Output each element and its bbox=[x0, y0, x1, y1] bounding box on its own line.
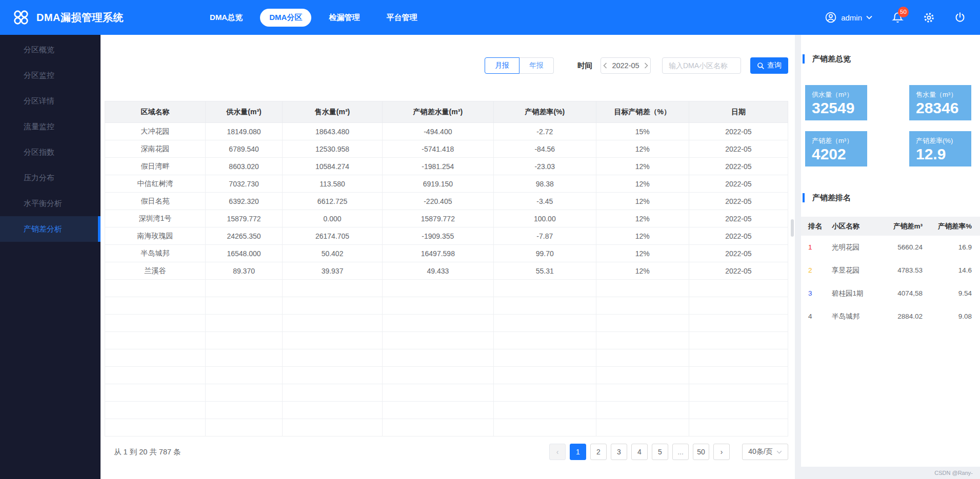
toggle-yearly[interactable]: 年报 bbox=[519, 57, 554, 74]
empty-cell bbox=[105, 384, 206, 402]
next-month-icon[interactable] bbox=[644, 63, 648, 69]
report-toggle: 月报年报 bbox=[485, 57, 554, 74]
rank-number: 4 bbox=[808, 313, 832, 320]
topnav-item-3[interactable]: 检漏管理 bbox=[319, 9, 369, 27]
table-cell: 18149.080 bbox=[205, 123, 283, 140]
query-toolbar: 月报年报 时间 2022-05 bbox=[105, 57, 788, 74]
table-cell: -5741.418 bbox=[382, 140, 493, 158]
sidebar-item-3[interactable]: 分区详情 bbox=[0, 88, 101, 114]
table-cell: 26174.705 bbox=[283, 227, 382, 245]
sidebar-item-8[interactable]: 产销差分析 bbox=[0, 216, 101, 242]
stat-card-value: 28346 bbox=[916, 99, 971, 117]
prev-month-icon[interactable] bbox=[603, 63, 607, 69]
page-button-3[interactable]: 3 bbox=[611, 444, 627, 460]
region-name-link[interactable]: 假日湾畔 bbox=[105, 158, 206, 175]
table-cell: 7032.730 bbox=[205, 175, 283, 193]
toggle-monthly[interactable]: 月报 bbox=[485, 57, 519, 74]
rank-number: 3 bbox=[808, 289, 832, 297]
empty-cell bbox=[596, 402, 689, 419]
table-row-empty bbox=[105, 280, 788, 297]
empty-cell bbox=[105, 280, 206, 297]
sidebar-item-2[interactable]: 分区监控 bbox=[0, 63, 101, 88]
rank-nrw-rate: 9.08 bbox=[923, 313, 972, 320]
table-cell: -7.87 bbox=[493, 227, 596, 245]
table-cell: 16548.000 bbox=[205, 245, 283, 262]
empty-cell bbox=[382, 384, 493, 402]
page-button-50[interactable]: 50 bbox=[693, 444, 709, 460]
topnav-item-4[interactable]: 平台管理 bbox=[377, 9, 426, 27]
region-name-link[interactable]: 兰溪谷 bbox=[105, 262, 206, 280]
empty-cell bbox=[205, 384, 283, 402]
table-cell: 2022-05 bbox=[689, 175, 788, 193]
table-cell: 99.70 bbox=[493, 245, 596, 262]
empty-cell bbox=[105, 402, 206, 419]
date-picker[interactable]: 2022-05 bbox=[601, 57, 651, 74]
next-page-button[interactable]: › bbox=[713, 444, 730, 460]
table-cell: 89.370 bbox=[205, 262, 283, 280]
region-name-link[interactable]: 深圳湾1号 bbox=[105, 210, 206, 227]
pagination-summary: 从 1 到 20 共 787 条 bbox=[105, 447, 181, 457]
region-name-link[interactable]: 深南花园 bbox=[105, 140, 206, 158]
empty-cell bbox=[689, 315, 788, 332]
region-name-link[interactable]: 大冲花园 bbox=[105, 123, 206, 140]
sidebar-item-7[interactable]: 水平衡分析 bbox=[0, 191, 101, 216]
sidebar-item-5[interactable]: 分区指数 bbox=[0, 139, 101, 165]
user-menu[interactable]: admin bbox=[825, 11, 872, 24]
empty-cell bbox=[689, 384, 788, 402]
page-button-4[interactable]: 4 bbox=[631, 444, 648, 460]
empty-cell bbox=[382, 297, 493, 315]
page-button-1[interactable]: 1 bbox=[570, 444, 586, 460]
sidebar: 分区概览分区监控分区详情流量监控分区指数压力分布水平衡分析产销差分析 bbox=[0, 35, 101, 479]
empty-cell bbox=[283, 297, 382, 315]
empty-cell bbox=[283, 367, 382, 384]
empty-cell bbox=[689, 419, 788, 436]
empty-cell bbox=[105, 332, 206, 349]
stat-card-label: 产销差率(%) bbox=[916, 136, 971, 145]
page-size-select[interactable]: 40条/页 bbox=[742, 444, 788, 460]
empty-cell bbox=[382, 367, 493, 384]
rank-community-name: 半岛城邦 bbox=[832, 312, 866, 321]
table-row-empty bbox=[105, 419, 788, 436]
column-header: 区域名称 bbox=[105, 101, 206, 123]
table-cell: 2022-05 bbox=[689, 158, 788, 175]
query-button[interactable]: 查询 bbox=[750, 57, 788, 74]
empty-cell bbox=[493, 367, 596, 384]
table-cell: 12% bbox=[596, 227, 689, 245]
empty-cell bbox=[596, 367, 689, 384]
region-name-link[interactable]: 假日名苑 bbox=[105, 193, 206, 210]
empty-cell bbox=[283, 384, 382, 402]
sidebar-item-4[interactable]: 流量监控 bbox=[0, 114, 101, 139]
table-cell: 12% bbox=[596, 193, 689, 210]
settings-gear-icon[interactable] bbox=[923, 12, 935, 24]
table-scrollbar[interactable] bbox=[791, 219, 794, 237]
user-name: admin bbox=[841, 13, 862, 22]
empty-cell bbox=[596, 315, 689, 332]
region-name-link[interactable]: 南海玫瑰园 bbox=[105, 227, 206, 245]
empty-cell bbox=[105, 297, 206, 315]
page-button-2[interactable]: 2 bbox=[590, 444, 607, 460]
empty-cell bbox=[493, 280, 596, 297]
logout-power-icon[interactable] bbox=[954, 12, 966, 23]
sidebar-item-1[interactable]: 分区概览 bbox=[0, 37, 101, 63]
topnav-item-2[interactable]: DMA分区 bbox=[260, 9, 311, 27]
region-name-link[interactable]: 中信红树湾 bbox=[105, 175, 206, 193]
topnav-item-1[interactable]: DMA总览 bbox=[201, 9, 252, 27]
region-name-link[interactable]: 半岛城邦 bbox=[105, 245, 206, 262]
column-header: 目标产销差（%） bbox=[596, 101, 689, 123]
query-button-label: 查询 bbox=[767, 61, 782, 70]
rank-nrw-rate: 9.54 bbox=[923, 289, 972, 297]
notifications-button[interactable]: 50 bbox=[892, 12, 904, 24]
empty-cell bbox=[205, 402, 283, 419]
empty-cell bbox=[493, 349, 596, 367]
stat-cards: 供水量（m³）32549售水量（m³）28346产销差（m³）4202产销差率(… bbox=[805, 85, 971, 166]
column-header: 供水量(m³) bbox=[205, 101, 283, 123]
table-row: 深圳湾1号15879.7720.00015879.772100.0012%202… bbox=[105, 210, 788, 227]
page-ellipsis[interactable]: ... bbox=[672, 444, 689, 460]
prev-page-button[interactable]: ‹ bbox=[549, 444, 566, 460]
sidebar-item-6[interactable]: 压力分布 bbox=[0, 165, 101, 191]
empty-cell bbox=[205, 349, 283, 367]
search-input[interactable] bbox=[662, 57, 741, 74]
stat-card-value: 4202 bbox=[812, 145, 867, 163]
table-cell: -3.45 bbox=[493, 193, 596, 210]
page-button-5[interactable]: 5 bbox=[652, 444, 668, 460]
